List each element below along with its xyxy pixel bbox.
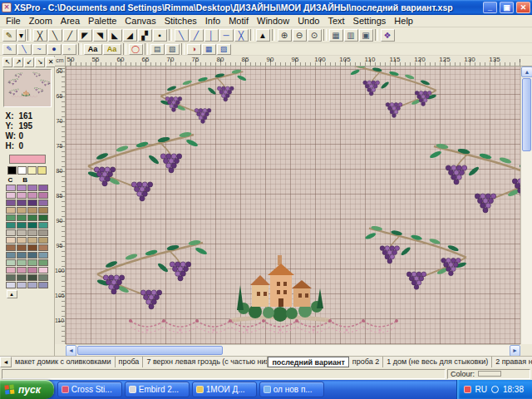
palette-swatch[interactable] xyxy=(17,244,27,251)
backstitch-horiz-tool[interactable]: ─ xyxy=(219,29,234,42)
palette-swatch[interactable] xyxy=(17,222,27,229)
palette-swatch[interactable] xyxy=(38,274,48,281)
palette-scroll-up-button[interactable]: ▲ xyxy=(7,290,17,298)
menu-item-help[interactable]: Help xyxy=(390,15,417,27)
backstitch-diag1-tool[interactable]: ╲ xyxy=(175,29,189,42)
palette-swatch[interactable] xyxy=(6,259,16,266)
palette-swatch[interactable] xyxy=(6,207,16,214)
palette-swatch[interactable] xyxy=(17,200,27,206)
direction-ne-tool[interactable]: ↗ xyxy=(13,57,23,67)
palette-swatch[interactable] xyxy=(38,259,48,266)
palette-swatch[interactable] xyxy=(27,185,37,191)
quick-colour-swatch[interactable] xyxy=(7,166,17,175)
palette-swatch[interactable] xyxy=(38,229,48,236)
scroll-up-button[interactable]: ▲ xyxy=(521,66,532,77)
french-knot-tool[interactable]: ● xyxy=(47,44,62,55)
curve-tool[interactable]: ~ xyxy=(32,44,47,55)
scroll-right-button[interactable]: ► xyxy=(510,345,520,357)
select-area-tool[interactable]: ▲ xyxy=(256,29,270,42)
language-indicator[interactable]: RU xyxy=(475,385,487,394)
pattern-tab-6[interactable]: 2 правая ниж гр xyxy=(492,357,532,367)
palette-swatch[interactable] xyxy=(6,252,16,259)
menu-item-text[interactable]: Text xyxy=(323,15,348,27)
palette-swatch[interactable] xyxy=(27,267,37,273)
pattern-tab-5[interactable]: 1 дом (не весь для стыковки) xyxy=(383,357,492,367)
pattern-tab-0[interactable]: макет домик с оливковками xyxy=(12,357,116,367)
palette-swatch[interactable] xyxy=(6,274,16,281)
petite-stitch-tool[interactable]: ▪ xyxy=(153,29,167,42)
zoom-out-button[interactable]: ⊖ xyxy=(293,29,307,42)
three-quarter-stitch-tool[interactable]: ▞ xyxy=(138,29,152,42)
palette-swatch[interactable] xyxy=(27,214,37,221)
palette-swatch[interactable] xyxy=(38,237,48,244)
palette-swatch[interactable] xyxy=(38,185,48,191)
horizontal-scroll-thumb[interactable] xyxy=(77,346,223,355)
vertical-scroll-thumb[interactable] xyxy=(522,78,531,151)
full-cross-stitch-tool[interactable]: ╳ xyxy=(33,29,47,42)
palette-swatch[interactable] xyxy=(27,244,37,251)
taskbar-task-0[interactable]: Cross Sti... xyxy=(57,382,122,397)
quarter-stitch-br-tool[interactable]: ◢ xyxy=(123,29,137,42)
menu-item-undo[interactable]: Undo xyxy=(293,15,323,27)
horizontal-scrollbar[interactable]: ◄ ► xyxy=(66,344,520,356)
quarter-stitch-bl-tool[interactable]: ◣ xyxy=(108,29,122,42)
palette-swatch[interactable] xyxy=(6,214,16,221)
tray-app-icon[interactable] xyxy=(464,386,471,393)
palette-swatch[interactable] xyxy=(17,192,27,199)
grid-toggle-button[interactable]: ▦ xyxy=(329,29,343,42)
quarter-stitch-tr-tool[interactable]: ◥ xyxy=(93,29,107,42)
straight-line-tool[interactable]: ╲ xyxy=(17,44,32,55)
palette-swatch[interactable] xyxy=(27,229,37,236)
tab-scroll-left-button[interactable]: ◄ xyxy=(0,357,12,367)
quick-colour-swatch[interactable] xyxy=(37,166,47,175)
close-button[interactable]: ✕ xyxy=(516,2,530,13)
zoom-in-button[interactable]: ⊕ xyxy=(278,29,292,42)
vertical-scrollbar[interactable]: ▲ xyxy=(520,66,532,344)
palette-swatch[interactable] xyxy=(17,259,27,266)
palette-swatch[interactable] xyxy=(17,237,27,244)
quick-colour-swatch[interactable] xyxy=(17,166,27,175)
stitch-info-button[interactable]: ▨ xyxy=(217,44,231,55)
palette-swatch[interactable] xyxy=(38,207,48,214)
menu-item-palette[interactable]: Palette xyxy=(84,15,121,27)
palette-swatch[interactable] xyxy=(6,267,16,273)
pattern-tab-4[interactable]: проба 2 xyxy=(349,357,383,367)
pattern-fill-alt-button[interactable]: ▧ xyxy=(165,44,180,55)
palette-swatch[interactable] xyxy=(6,192,16,199)
export-chart-button[interactable]: ▦ xyxy=(202,44,216,55)
pencil-tool[interactable]: ✎ xyxy=(2,29,17,42)
pattern-fill-button[interactable]: ▤ xyxy=(150,44,165,55)
half-stitch-fwd-tool[interactable]: ╱ xyxy=(63,29,77,42)
backstitch-diag2-tool[interactable]: ╱ xyxy=(190,29,204,42)
pencil-dropdown[interactable]: ▾ xyxy=(17,29,26,42)
menu-item-settings[interactable]: Settings xyxy=(349,15,391,27)
menu-item-motif[interactable]: Motif xyxy=(224,15,253,27)
palette-swatch[interactable] xyxy=(27,222,37,229)
palette-swap-button[interactable]: ◑ xyxy=(187,44,201,55)
palette-swatch[interactable] xyxy=(17,267,27,273)
motif-library-button[interactable]: ❖ xyxy=(381,29,395,42)
freehand-backstitch-tool[interactable]: ✎ xyxy=(2,44,17,55)
palette-swatch[interactable] xyxy=(38,244,48,251)
palette-swatch[interactable] xyxy=(17,185,27,191)
pattern-tab-3[interactable]: последний вариант xyxy=(268,357,348,367)
palette-swatch[interactable] xyxy=(17,214,27,221)
pattern-tab-2[interactable]: 7 верхн левая гроздь (с частью ниж ветки… xyxy=(143,357,268,367)
text-tool[interactable]: Aa xyxy=(84,44,102,55)
half-stitch-back-tool[interactable]: ╲ xyxy=(48,29,62,42)
bead-tool[interactable]: ◦ xyxy=(62,44,76,55)
palette-swatch[interactable] xyxy=(27,274,37,281)
palette-swatch[interactable] xyxy=(17,282,27,288)
quick-colour-swatch[interactable] xyxy=(27,166,37,175)
palette-swatch[interactable] xyxy=(17,229,27,236)
menu-item-canvas[interactable]: Canvas xyxy=(121,15,160,27)
direction-sw-tool[interactable]: ↙ xyxy=(24,57,34,67)
palette-swatch[interactable] xyxy=(27,259,37,266)
menu-item-area[interactable]: Area xyxy=(57,15,84,27)
direction-nw-tool[interactable]: ↖ xyxy=(2,57,12,67)
palette-swatch[interactable] xyxy=(27,200,37,206)
scroll-left-button[interactable]: ◄ xyxy=(66,345,76,357)
palette-swatch[interactable] xyxy=(38,214,48,221)
current-colour-swatch[interactable] xyxy=(9,155,46,164)
minimize-button[interactable]: _ xyxy=(483,2,497,13)
